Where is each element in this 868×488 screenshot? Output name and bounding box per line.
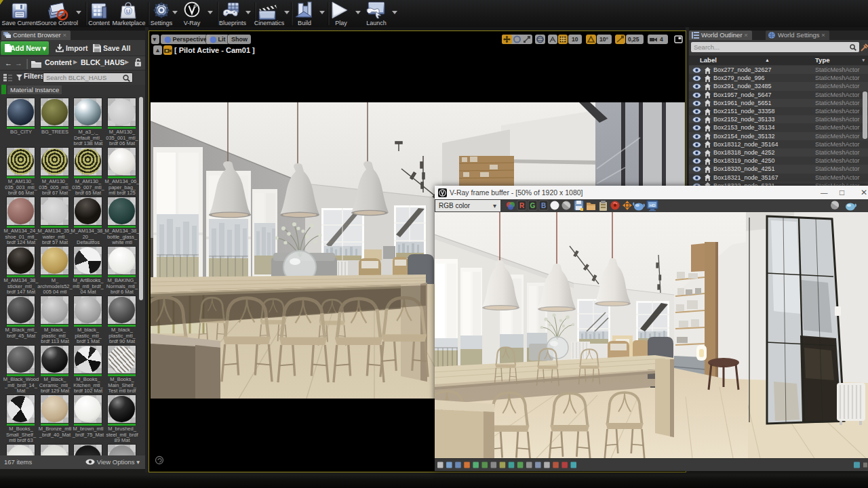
svg-text:G: G	[530, 202, 536, 209]
svg-text:R: R	[519, 202, 525, 209]
svg-text:10°: 10°	[599, 36, 608, 43]
svg-text:U: U	[126, 8, 131, 15]
svg-text:4: 4	[660, 36, 663, 43]
svg-text:10: 10	[572, 36, 578, 43]
svg-text:0,25: 0,25	[628, 36, 639, 43]
svg-text:HD: HD	[650, 203, 656, 207]
svg-text:B: B	[541, 202, 546, 209]
